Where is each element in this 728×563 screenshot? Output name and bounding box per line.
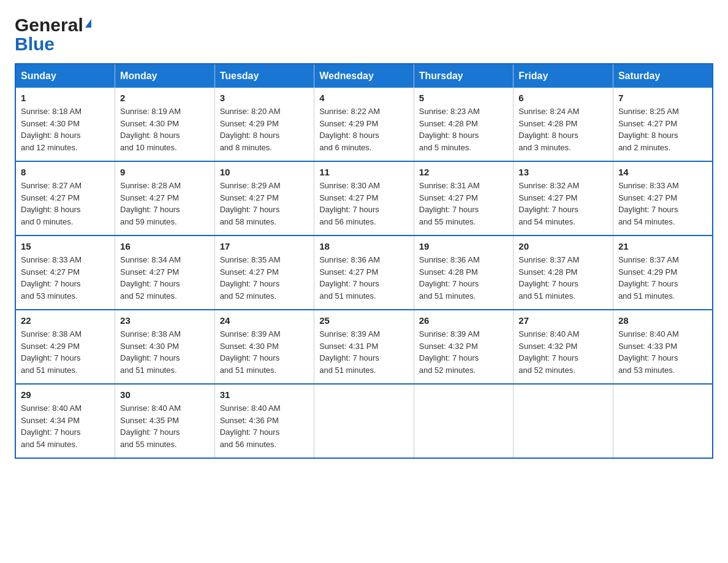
day-info: Sunrise: 8:38 AMSunset: 4:29 PMDaylight:… xyxy=(21,329,82,375)
calendar-cell: 22 Sunrise: 8:38 AMSunset: 4:29 PMDaylig… xyxy=(15,310,115,384)
day-number: 25 xyxy=(319,315,409,326)
calendar-week-5: 29 Sunrise: 8:40 AMSunset: 4:34 PMDaylig… xyxy=(15,384,713,458)
day-info: Sunrise: 8:36 AMSunset: 4:27 PMDaylight:… xyxy=(319,255,380,301)
calendar-cell: 31 Sunrise: 8:40 AMSunset: 4:36 PMDaylig… xyxy=(214,384,314,458)
calendar-cell: 13 Sunrise: 8:32 AMSunset: 4:27 PMDaylig… xyxy=(514,161,613,236)
logo-general: General xyxy=(15,15,83,35)
day-info: Sunrise: 8:24 AMSunset: 4:28 PMDaylight:… xyxy=(518,107,579,152)
calendar-week-2: 8 Sunrise: 8:27 AMSunset: 4:27 PMDayligh… xyxy=(15,161,713,236)
weekday-header-wednesday: Wednesday xyxy=(314,64,414,88)
day-number: 19 xyxy=(419,241,509,251)
logo: General Blue xyxy=(15,15,91,53)
day-info: Sunrise: 8:25 AMSunset: 4:27 PMDaylight:… xyxy=(618,107,679,152)
day-number: 24 xyxy=(220,315,309,326)
day-number: 9 xyxy=(120,167,210,177)
day-info: Sunrise: 8:35 AMSunset: 4:27 PMDaylight:… xyxy=(220,255,281,301)
day-number: 12 xyxy=(419,167,509,177)
day-number: 3 xyxy=(220,93,309,103)
day-number: 29 xyxy=(21,389,110,400)
day-info: Sunrise: 8:33 AMSunset: 4:27 PMDaylight:… xyxy=(618,181,679,226)
day-info: Sunrise: 8:22 AMSunset: 4:29 PMDaylight:… xyxy=(319,107,380,152)
day-info: Sunrise: 8:18 AMSunset: 4:30 PMDaylight:… xyxy=(21,107,82,152)
calendar-cell xyxy=(514,384,613,458)
day-info: Sunrise: 8:37 AMSunset: 4:29 PMDaylight:… xyxy=(618,255,679,301)
calendar-cell: 25 Sunrise: 8:39 AMSunset: 4:31 PMDaylig… xyxy=(314,310,414,384)
day-info: Sunrise: 8:23 AMSunset: 4:28 PMDaylight:… xyxy=(419,107,480,152)
day-number: 11 xyxy=(319,167,409,177)
day-number: 5 xyxy=(419,93,509,103)
weekday-header-row: SundayMondayTuesdayWednesdayThursdayFrid… xyxy=(15,64,713,88)
day-number: 14 xyxy=(618,167,707,177)
day-info: Sunrise: 8:39 AMSunset: 4:32 PMDaylight:… xyxy=(419,329,480,375)
calendar-cell: 17 Sunrise: 8:35 AMSunset: 4:27 PMDaylig… xyxy=(214,236,314,310)
calendar-cell: 5 Sunrise: 8:23 AMSunset: 4:28 PMDayligh… xyxy=(414,88,514,161)
calendar-cell xyxy=(314,384,414,458)
day-number: 18 xyxy=(319,241,409,251)
calendar-cell: 23 Sunrise: 8:38 AMSunset: 4:30 PMDaylig… xyxy=(115,310,215,384)
day-number: 2 xyxy=(120,93,210,103)
calendar-cell: 1 Sunrise: 8:18 AMSunset: 4:30 PMDayligh… xyxy=(15,88,115,161)
calendar-cell: 29 Sunrise: 8:40 AMSunset: 4:34 PMDaylig… xyxy=(15,384,115,458)
day-number: 13 xyxy=(518,167,608,177)
day-number: 21 xyxy=(618,241,707,251)
weekday-header-sunday: Sunday xyxy=(15,64,115,88)
calendar-cell: 26 Sunrise: 8:39 AMSunset: 4:32 PMDaylig… xyxy=(414,310,514,384)
calendar-cell: 6 Sunrise: 8:24 AMSunset: 4:28 PMDayligh… xyxy=(514,88,613,161)
calendar-cell xyxy=(414,384,514,458)
calendar-cell: 24 Sunrise: 8:39 AMSunset: 4:30 PMDaylig… xyxy=(214,310,314,384)
weekday-header-thursday: Thursday xyxy=(414,64,514,88)
calendar-cell: 16 Sunrise: 8:34 AMSunset: 4:27 PMDaylig… xyxy=(115,236,215,310)
day-info: Sunrise: 8:19 AMSunset: 4:30 PMDaylight:… xyxy=(120,107,181,152)
day-number: 4 xyxy=(319,93,409,103)
calendar-cell: 15 Sunrise: 8:33 AMSunset: 4:27 PMDaylig… xyxy=(15,236,115,310)
calendar-cell: 8 Sunrise: 8:27 AMSunset: 4:27 PMDayligh… xyxy=(15,161,115,236)
day-number: 30 xyxy=(120,389,210,400)
day-info: Sunrise: 8:29 AMSunset: 4:27 PMDaylight:… xyxy=(220,181,281,226)
day-info: Sunrise: 8:33 AMSunset: 4:27 PMDaylight:… xyxy=(21,255,82,301)
calendar-cell: 14 Sunrise: 8:33 AMSunset: 4:27 PMDaylig… xyxy=(613,161,713,236)
day-info: Sunrise: 8:38 AMSunset: 4:30 PMDaylight:… xyxy=(120,329,181,375)
day-number: 31 xyxy=(220,389,309,400)
logo-blue: Blue xyxy=(15,35,55,53)
calendar-cell: 10 Sunrise: 8:29 AMSunset: 4:27 PMDaylig… xyxy=(214,161,314,236)
day-number: 15 xyxy=(21,241,110,251)
day-number: 10 xyxy=(220,167,309,177)
day-info: Sunrise: 8:37 AMSunset: 4:28 PMDaylight:… xyxy=(518,255,579,301)
calendar-week-4: 22 Sunrise: 8:38 AMSunset: 4:29 PMDaylig… xyxy=(15,310,713,384)
calendar-cell: 21 Sunrise: 8:37 AMSunset: 4:29 PMDaylig… xyxy=(613,236,713,310)
calendar-cell xyxy=(613,384,713,458)
day-number: 20 xyxy=(518,241,608,251)
day-info: Sunrise: 8:40 AMSunset: 4:34 PMDaylight:… xyxy=(21,404,82,449)
weekday-header-friday: Friday xyxy=(514,64,613,88)
day-number: 8 xyxy=(21,167,110,177)
weekday-header-tuesday: Tuesday xyxy=(214,64,314,88)
calendar-cell: 27 Sunrise: 8:40 AMSunset: 4:32 PMDaylig… xyxy=(514,310,613,384)
day-info: Sunrise: 8:32 AMSunset: 4:27 PMDaylight:… xyxy=(518,181,579,226)
day-number: 16 xyxy=(120,241,210,251)
calendar-cell: 12 Sunrise: 8:31 AMSunset: 4:27 PMDaylig… xyxy=(414,161,514,236)
day-number: 1 xyxy=(21,93,110,103)
day-number: 7 xyxy=(618,93,707,103)
day-number: 22 xyxy=(21,315,110,326)
calendar-cell: 20 Sunrise: 8:37 AMSunset: 4:28 PMDaylig… xyxy=(514,236,613,310)
day-info: Sunrise: 8:36 AMSunset: 4:28 PMDaylight:… xyxy=(419,255,480,301)
day-info: Sunrise: 8:28 AMSunset: 4:27 PMDaylight:… xyxy=(120,181,181,226)
day-number: 6 xyxy=(518,93,608,103)
day-number: 28 xyxy=(618,315,707,326)
day-info: Sunrise: 8:39 AMSunset: 4:31 PMDaylight:… xyxy=(319,329,380,375)
day-info: Sunrise: 8:40 AMSunset: 4:32 PMDaylight:… xyxy=(518,329,579,375)
day-info: Sunrise: 8:40 AMSunset: 4:36 PMDaylight:… xyxy=(220,404,281,449)
calendar-table: SundayMondayTuesdayWednesdayThursdayFrid… xyxy=(15,63,713,459)
calendar-cell: 7 Sunrise: 8:25 AMSunset: 4:27 PMDayligh… xyxy=(613,88,713,161)
day-info: Sunrise: 8:40 AMSunset: 4:35 PMDaylight:… xyxy=(120,404,181,449)
calendar-cell: 9 Sunrise: 8:28 AMSunset: 4:27 PMDayligh… xyxy=(115,161,215,236)
day-info: Sunrise: 8:34 AMSunset: 4:27 PMDaylight:… xyxy=(120,255,181,301)
page-header: General Blue xyxy=(15,15,713,53)
calendar-cell: 3 Sunrise: 8:20 AMSunset: 4:29 PMDayligh… xyxy=(214,88,314,161)
calendar-cell: 18 Sunrise: 8:36 AMSunset: 4:27 PMDaylig… xyxy=(314,236,414,310)
calendar-cell: 19 Sunrise: 8:36 AMSunset: 4:28 PMDaylig… xyxy=(414,236,514,310)
day-number: 17 xyxy=(220,241,309,251)
day-info: Sunrise: 8:27 AMSunset: 4:27 PMDaylight:… xyxy=(21,181,82,226)
calendar-week-3: 15 Sunrise: 8:33 AMSunset: 4:27 PMDaylig… xyxy=(15,236,713,310)
day-info: Sunrise: 8:31 AMSunset: 4:27 PMDaylight:… xyxy=(419,181,480,226)
